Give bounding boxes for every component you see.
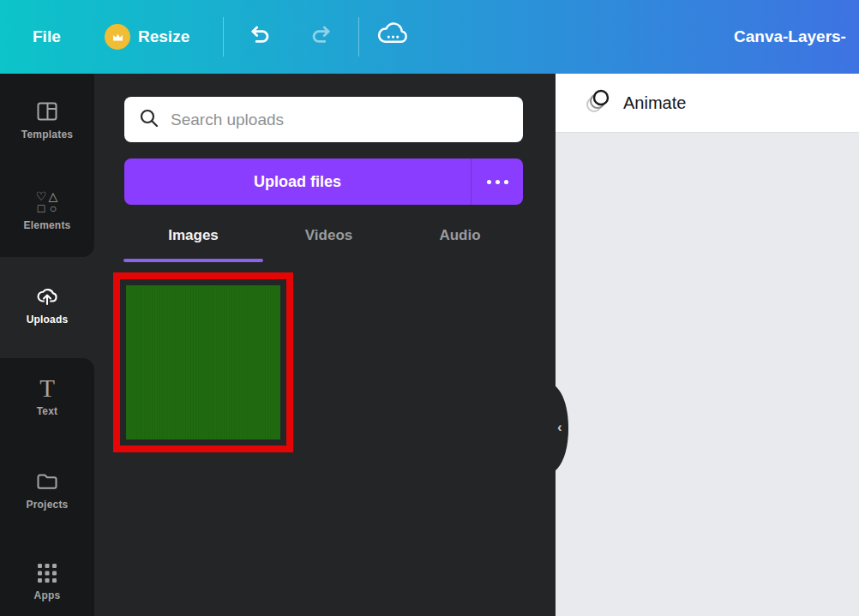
- upload-thumbnail-image: [126, 285, 280, 440]
- cloud-save-status-button[interactable]: [370, 0, 415, 74]
- resize-button-label: Resize: [138, 27, 189, 46]
- undo-icon: [247, 21, 274, 52]
- sidebar-item-apps[interactable]: Apps: [0, 562, 94, 601]
- tab-images[interactable]: Images: [123, 221, 263, 262]
- tab-videos[interactable]: Videos: [263, 221, 394, 262]
- sidebar-item-text[interactable]: T Text: [0, 377, 94, 417]
- file-button-label: File: [33, 27, 61, 46]
- uploads-panel: Upload files Images Videos Audio: [94, 74, 556, 616]
- canvas-area[interactable]: [556, 133, 859, 616]
- sidebar-item-label: Projects: [27, 499, 69, 511]
- sidebar-item-label: Text: [37, 405, 58, 417]
- file-button[interactable]: File: [26, 0, 68, 74]
- apps-grid-icon: [36, 562, 58, 584]
- redo-icon: [307, 21, 334, 52]
- sidebar-item-uploads[interactable]: Uploads: [0, 283, 94, 326]
- animate-button-label: Animate: [623, 93, 686, 113]
- text-icon: T: [39, 377, 55, 400]
- toolbar-divider: [223, 17, 224, 57]
- tabs-bar: Images Videos Audio: [123, 221, 526, 262]
- folder-icon: [35, 469, 59, 493]
- ellipsis-icon: [487, 180, 508, 184]
- top-bar: File Resize: [0, 0, 859, 74]
- upload-thumbnail-selected[interactable]: [113, 272, 293, 452]
- chevron-left-icon: ‹: [557, 420, 562, 435]
- tab-label: Images: [168, 227, 219, 262]
- sidebar-item-label: Elements: [24, 219, 71, 231]
- sidebar: Templates ♡△□○ Elements Uploads T Text P…: [0, 74, 94, 616]
- undo-button[interactable]: [243, 0, 278, 74]
- tab-label: Videos: [305, 227, 352, 262]
- document-title[interactable]: Canva-Layers-: [734, 0, 846, 74]
- templates-icon: [35, 99, 59, 123]
- upload-cloud-icon: [34, 283, 60, 308]
- elements-shapes-icon: ♡△□○: [35, 190, 59, 214]
- tab-audio[interactable]: Audio: [394, 221, 526, 262]
- search-icon: [138, 107, 160, 133]
- sidebar-item-templates[interactable]: Templates: [0, 99, 94, 141]
- upload-files-row: Upload files: [124, 158, 523, 205]
- active-tab-underline: [123, 259, 263, 262]
- sidebar-item-label: Apps: [34, 589, 61, 601]
- animate-circles-icon: [583, 87, 612, 119]
- sidebar-item-label: Templates: [21, 129, 73, 141]
- panel-collapse-handle[interactable]: ‹: [555, 386, 572, 471]
- sidebar-item-label: Uploads: [27, 314, 69, 326]
- sidebar-item-elements[interactable]: ♡△□○ Elements: [0, 190, 94, 231]
- upload-files-button[interactable]: Upload files: [124, 158, 471, 205]
- redo-button[interactable]: [303, 0, 338, 74]
- animate-button[interactable]: Animate: [574, 81, 694, 124]
- tab-label: Audio: [439, 227, 480, 262]
- more-options-button[interactable]: [471, 158, 523, 205]
- search-input[interactable]: [171, 111, 509, 129]
- resize-button[interactable]: Resize: [105, 0, 189, 74]
- search-box: [124, 97, 523, 142]
- sidebar-item-projects[interactable]: Projects: [0, 469, 94, 511]
- cloud-ellipsis-icon: [373, 15, 412, 58]
- editor-toolbar: Animate: [556, 74, 859, 133]
- toolbar-divider: [358, 17, 359, 57]
- upload-files-label: Upload files: [254, 173, 341, 191]
- crown-icon: [105, 24, 130, 50]
